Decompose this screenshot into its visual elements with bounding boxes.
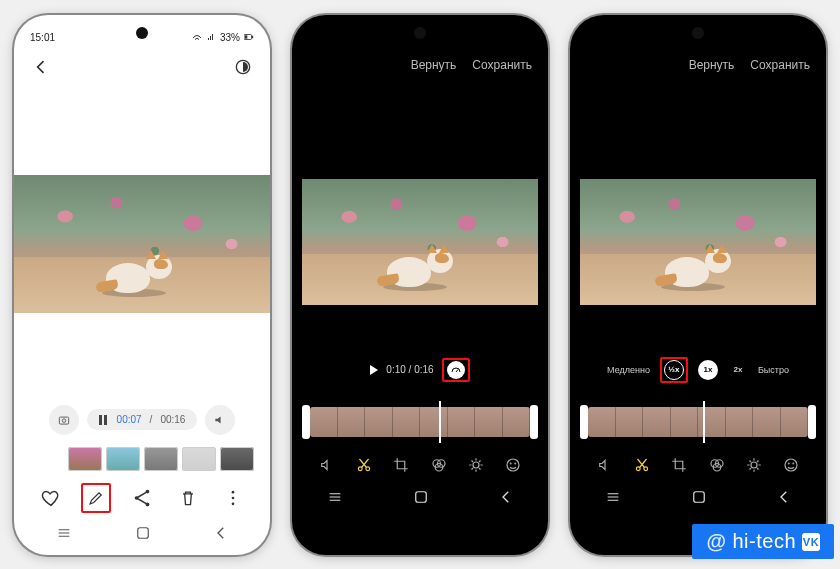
recents-button[interactable] <box>54 525 74 541</box>
phone-editor-speed-icon: Вернуть Сохранить 0:10 / 0:16 <box>292 15 548 555</box>
thumb[interactable] <box>220 447 254 471</box>
speedometer-icon <box>450 364 462 376</box>
system-navbar <box>570 481 826 513</box>
mute-button[interactable] <box>205 405 235 435</box>
crop-tool[interactable] <box>391 455 411 475</box>
thumb[interactable] <box>182 447 216 471</box>
editor-toolbar <box>570 439 826 481</box>
thumb[interactable] <box>106 447 140 471</box>
gallery-topbar <box>14 45 270 89</box>
home-button[interactable] <box>134 524 152 542</box>
svg-point-23 <box>636 466 640 470</box>
thumb[interactable] <box>68 447 102 471</box>
fast-label: Быстро <box>758 365 789 375</box>
svg-point-31 <box>793 463 794 464</box>
filter-tool[interactable] <box>707 455 727 475</box>
time-total: 00:16 <box>160 414 185 425</box>
play-button[interactable] <box>370 365 378 375</box>
speed-selector: Медленно ½x 1x 2x Быстро <box>570 355 826 385</box>
play-pill[interactable]: 00:07 / 00:16 <box>87 409 198 430</box>
recents-button[interactable] <box>325 489 345 505</box>
speed-half-button[interactable]: ½x <box>664 360 684 380</box>
trim-timeline[interactable] <box>302 405 538 439</box>
sticker-tool[interactable] <box>503 455 523 475</box>
svg-rect-22 <box>416 491 427 502</box>
phone-gallery: 15:01 33% <box>14 15 270 555</box>
share-button[interactable] <box>127 483 157 513</box>
back-button[interactable] <box>30 56 52 78</box>
svg-point-5 <box>62 418 66 422</box>
pause-icon <box>99 415 109 425</box>
speed-2x-button[interactable]: 2x <box>728 360 748 380</box>
time-current: 00:07 <box>117 414 142 425</box>
edit-button[interactable] <box>81 483 111 513</box>
sys-back-button[interactable] <box>212 524 230 542</box>
trim-end-handle[interactable] <box>808 405 816 439</box>
editor-preview[interactable] <box>292 147 548 337</box>
thumbnail-strip[interactable] <box>24 443 260 475</box>
sys-back-button[interactable] <box>497 488 515 506</box>
video-frame <box>580 179 816 305</box>
battery-icon <box>244 32 254 42</box>
recents-button[interactable] <box>603 489 623 505</box>
svg-point-20 <box>511 463 512 464</box>
adjust-tool[interactable] <box>744 455 764 475</box>
svg-rect-12 <box>138 527 149 538</box>
sys-back-button[interactable] <box>775 488 793 506</box>
thumb[interactable] <box>144 447 178 471</box>
video-preview[interactable] <box>14 89 270 399</box>
svg-point-10 <box>232 496 235 499</box>
more-button[interactable] <box>218 483 248 513</box>
watermark-at: @ <box>706 530 726 553</box>
svg-point-9 <box>232 490 235 493</box>
svg-point-14 <box>366 466 370 470</box>
capture-frame-button[interactable] <box>49 405 79 435</box>
adjust-tool[interactable] <box>466 455 486 475</box>
home-button[interactable] <box>690 488 708 506</box>
svg-point-30 <box>789 463 790 464</box>
video-frame <box>14 175 270 313</box>
camera-punch-hole <box>136 27 148 39</box>
sticker-tool[interactable] <box>781 455 801 475</box>
watermark: @ hi-tech VK <box>692 524 834 559</box>
editor-playback: 0:10 / 0:16 <box>292 355 548 385</box>
system-navbar <box>292 481 548 513</box>
slow-label: Медленно <box>607 365 650 375</box>
svg-point-13 <box>358 466 362 470</box>
svg-point-7 <box>146 489 150 493</box>
trim-start-handle[interactable] <box>580 405 588 439</box>
trim-tool[interactable] <box>354 455 374 475</box>
signal-icon <box>206 32 216 42</box>
vk-icon: VK <box>802 533 820 551</box>
trim-tool[interactable] <box>632 455 652 475</box>
save-button[interactable]: Сохранить <box>750 58 810 72</box>
camera-punch-hole <box>692 27 704 39</box>
speed-half-highlight: ½x <box>660 357 688 383</box>
home-button[interactable] <box>412 488 430 506</box>
playhead[interactable] <box>439 401 441 443</box>
svg-point-8 <box>146 502 150 506</box>
gallery-actions <box>24 475 260 517</box>
playback-controls: 00:07 / 00:16 <box>24 405 260 435</box>
audio-tool[interactable] <box>595 455 615 475</box>
time-sep: / <box>150 414 153 425</box>
revert-button[interactable]: Вернуть <box>411 58 457 72</box>
trim-start-handle[interactable] <box>302 405 310 439</box>
favorite-button[interactable] <box>36 483 66 513</box>
crop-tool[interactable] <box>669 455 689 475</box>
audio-tool[interactable] <box>317 455 337 475</box>
wifi-icon <box>192 32 202 42</box>
speed-1x-button[interactable]: 1x <box>698 360 718 380</box>
playhead[interactable] <box>703 401 705 443</box>
svg-point-28 <box>751 462 757 468</box>
trim-end-handle[interactable] <box>530 405 538 439</box>
svg-point-6 <box>135 496 139 500</box>
revert-button[interactable]: Вернуть <box>689 58 735 72</box>
speed-button[interactable] <box>442 358 470 382</box>
editor-preview[interactable] <box>570 147 826 337</box>
filter-tool[interactable] <box>429 455 449 475</box>
auto-enhance-button[interactable] <box>232 56 254 78</box>
save-button[interactable]: Сохранить <box>472 58 532 72</box>
delete-button[interactable] <box>173 483 203 513</box>
trim-timeline[interactable] <box>580 405 816 439</box>
